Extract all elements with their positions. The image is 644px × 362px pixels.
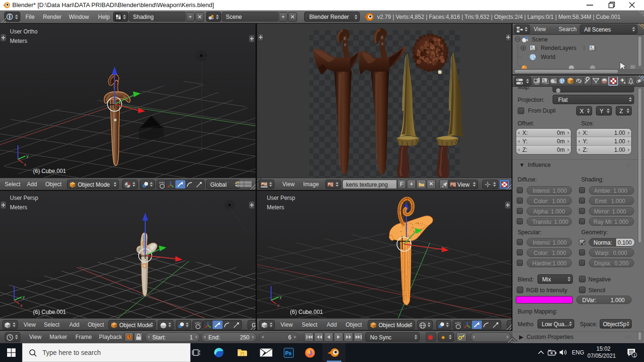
svg-text:(6) Cube.001: (6) Cube.001: [33, 309, 66, 315]
svg-text:Meters: Meters: [10, 38, 27, 44]
svg-text:y: y: [26, 154, 29, 158]
svg-text:Meters: Meters: [10, 204, 27, 211]
svg-text:x: x: [20, 303, 23, 308]
svg-text:x: x: [24, 162, 26, 167]
svg-text:RenderLayers: RenderLayers: [541, 45, 576, 51]
svg-text:y: y: [23, 295, 25, 299]
svg-text:Scene: Scene: [532, 36, 548, 43]
svg-text:World: World: [541, 54, 555, 60]
svg-text:User Ortho: User Ortho: [10, 28, 38, 35]
svg-text:(6) Cube.001: (6) Cube.001: [290, 309, 323, 315]
svg-text:y: y: [280, 295, 282, 299]
svg-text:Meters: Meters: [267, 204, 284, 211]
svg-text:Ps: Ps: [285, 350, 291, 356]
svg-text:x: x: [277, 303, 280, 308]
svg-text:(6) Cube.001: (6) Cube.001: [33, 168, 66, 174]
svg-text:1: 1: [633, 353, 636, 358]
svg-text:User Persp: User Persp: [267, 195, 295, 201]
svg-text:User Persp: User Persp: [10, 195, 38, 201]
